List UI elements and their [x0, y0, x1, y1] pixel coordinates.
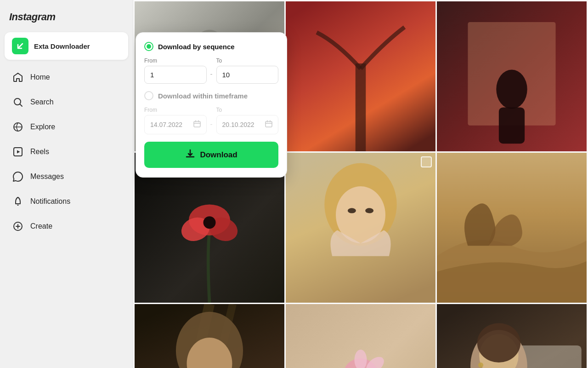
- sequence-radio[interactable]: [144, 42, 153, 51]
- svg-point-23: [348, 208, 356, 213]
- photo-cell-9[interactable]: [437, 304, 587, 368]
- sidebar-label-explore: Explore: [30, 123, 55, 131]
- create-icon: [12, 220, 24, 232]
- svg-rect-4: [194, 121, 200, 127]
- svg-point-24: [365, 208, 373, 213]
- sidebar-nav: Home Search Explore: [0, 65, 133, 238]
- sidebar-item-notifications[interactable]: Notifications: [5, 190, 128, 213]
- date-to-input[interactable]: 20.10.2022: [216, 115, 279, 134]
- seq-to-label: To: [216, 58, 279, 64]
- download-popup: Download by sequence From - To Download …: [136, 32, 287, 178]
- photo-cell-2[interactable]: [286, 1, 435, 151]
- sidebar-label-messages: Messages: [30, 172, 64, 181]
- seq-from-input[interactable]: [144, 66, 207, 84]
- date-from-input[interactable]: 14.07.2022: [144, 115, 207, 134]
- reels-icon: [12, 146, 24, 158]
- home-icon: [12, 71, 24, 83]
- download-button[interactable]: Download: [144, 142, 278, 168]
- svg-point-13: [496, 69, 527, 109]
- photo-cell-6[interactable]: [437, 153, 587, 303]
- timeframe-label: Download within timeframe: [158, 92, 248, 100]
- sidebar-item-home[interactable]: Home: [5, 65, 128, 89]
- explore-icon: [12, 121, 24, 133]
- seq-separator: -: [210, 70, 213, 78]
- sidebar-item-messages[interactable]: Messages: [5, 165, 128, 189]
- notifications-icon: [12, 196, 24, 207]
- download-icon: [185, 149, 195, 161]
- plugin-panel[interactable]: Exta Downloader: [5, 32, 128, 60]
- photo-checkbox-5[interactable]: [421, 156, 432, 167]
- sequence-label: Download by sequence: [158, 43, 235, 51]
- svg-point-44: [477, 323, 520, 362]
- seq-from-label: From: [144, 58, 207, 64]
- timeframe-radio[interactable]: [144, 91, 153, 100]
- svg-point-45: [478, 362, 483, 368]
- svg-rect-5: [266, 121, 272, 127]
- sidebar-label-reels: Reels: [30, 148, 49, 156]
- photo-cell-5[interactable]: [286, 153, 435, 303]
- svg-rect-10: [356, 63, 366, 151]
- sidebar-item-search[interactable]: Search: [5, 90, 128, 114]
- messages-icon: [12, 171, 24, 183]
- sidebar-label-search: Search: [30, 98, 54, 106]
- date-from-value: 14.07.2022: [150, 121, 182, 128]
- calendar-from-icon: [193, 120, 201, 129]
- calendar-to-icon: [265, 120, 272, 129]
- app-logo: Instagram: [0, 0, 133, 32]
- date-from-label: From: [144, 107, 207, 113]
- date-to-label: To: [216, 107, 279, 113]
- seq-to-group: To: [216, 58, 279, 84]
- plugin-label: Exta Downloader: [34, 42, 90, 50]
- sidebar-label-home: Home: [30, 73, 50, 81]
- search-icon: [12, 96, 24, 108]
- plugin-icon: [12, 38, 28, 54]
- photo-cell-3[interactable]: [437, 1, 587, 151]
- sidebar-label-notifications: Notifications: [30, 197, 70, 206]
- sidebar-item-reels[interactable]: Reels: [5, 140, 128, 164]
- download-btn-label: Download: [200, 150, 237, 160]
- sequence-inputs-row: From - To: [144, 58, 278, 84]
- seq-from-group: From: [144, 58, 207, 84]
- photo-cell-7[interactable]: [135, 304, 284, 368]
- sidebar-label-create: Create: [30, 222, 52, 230]
- date-inputs-row: From 14.07.2022 - To 20.10.2022: [144, 107, 278, 134]
- svg-point-19: [204, 216, 216, 229]
- sidebar-item-create[interactable]: Create: [5, 214, 128, 238]
- sequence-option[interactable]: Download by sequence: [144, 42, 278, 51]
- timeframe-option[interactable]: Download within timeframe: [144, 91, 278, 100]
- photo-cell-8[interactable]: [286, 304, 435, 368]
- date-from-group: From 14.07.2022: [144, 107, 207, 134]
- main-content: Download by sequence From - To Download …: [133, 0, 588, 368]
- svg-rect-14: [499, 107, 525, 144]
- seq-to-input[interactable]: [216, 66, 279, 84]
- date-to-group: To 20.10.2022: [216, 107, 279, 134]
- date-separator: -: [210, 120, 213, 128]
- date-to-value: 20.10.2022: [222, 121, 254, 128]
- sidebar: Instagram Exta Downloader Home: [0, 0, 133, 368]
- sidebar-item-explore[interactable]: Explore: [5, 115, 128, 139]
